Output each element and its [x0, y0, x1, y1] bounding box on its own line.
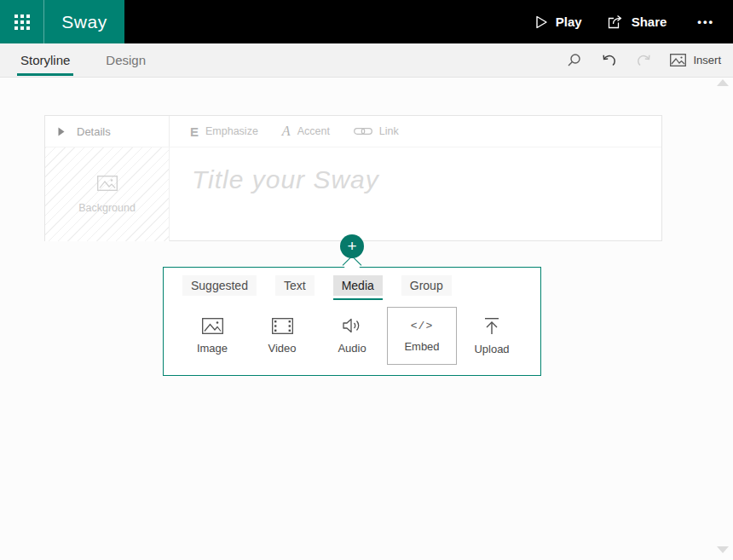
brand-block: Sway — [0, 0, 124, 43]
accent-label: Accent — [297, 125, 330, 137]
background-label: Background — [78, 202, 136, 214]
video-icon — [272, 318, 293, 334]
redo-icon — [636, 54, 651, 67]
emphasize-button[interactable]: E Emphasize — [190, 124, 258, 139]
background-drop-zone[interactable]: Background — [45, 147, 170, 241]
insert-image-icon — [670, 54, 686, 66]
add-content-button[interactable]: + — [340, 234, 364, 258]
sway-app-window: Sway Play Share ••• Storyline — [0, 0, 733, 560]
menu-item-audio[interactable]: Audio — [317, 307, 387, 365]
background-image-icon — [97, 176, 118, 191]
details-label: Details — [77, 125, 111, 138]
tab-storyline[interactable]: Storyline — [20, 43, 70, 77]
format-toolbar: E Emphasize A Accent Link — [170, 116, 416, 147]
link-icon — [354, 126, 372, 136]
upload-icon — [482, 317, 501, 335]
menu-item-image[interactable]: Image — [177, 307, 247, 365]
play-icon — [534, 15, 548, 29]
tab-media[interactable]: Media — [333, 275, 383, 296]
app-title[interactable]: Sway — [44, 0, 124, 43]
image-label: Image — [197, 342, 228, 355]
emphasize-label: Emphasize — [205, 125, 258, 137]
menu-item-upload[interactable]: Upload — [457, 307, 527, 365]
accent-icon: A — [282, 124, 291, 139]
waffle-icon — [14, 14, 30, 30]
share-icon — [608, 14, 624, 30]
toolbar-actions: Insert — [567, 53, 733, 67]
share-label: Share — [632, 14, 667, 29]
link-label: Link — [379, 125, 399, 137]
insert-label: Insert — [693, 54, 721, 66]
editor-toolbar: Storyline Design — [0, 43, 733, 78]
video-label: Video — [268, 342, 296, 355]
upload-label: Upload — [474, 343, 509, 355]
share-button[interactable]: Share — [608, 14, 667, 30]
embed-code-icon: </> — [411, 320, 433, 332]
app-launcher-button[interactable] — [0, 0, 44, 43]
media-items-row: Image Video Audio — [177, 307, 527, 365]
tab-text[interactable]: Text — [275, 275, 315, 296]
embed-label: Embed — [404, 340, 439, 353]
insert-menu-popup: Suggested Text Media Group Image — [163, 267, 541, 376]
search-button[interactable] — [567, 53, 581, 67]
undo-button[interactable] — [602, 54, 617, 67]
tab-suggested[interactable]: Suggested — [182, 275, 257, 296]
menu-item-embed[interactable]: </> Embed — [387, 307, 457, 365]
link-button[interactable]: Link — [354, 125, 399, 137]
topbar-actions: Play Share ••• — [534, 0, 733, 43]
title-card-header: Details E Emphasize A Accent Link — [45, 116, 661, 147]
scroll-up-arrow[interactable] — [717, 79, 729, 86]
redo-button[interactable] — [636, 54, 651, 67]
emphasize-icon: E — [190, 124, 199, 139]
details-expander[interactable]: Details — [45, 116, 170, 147]
menu-item-video[interactable]: Video — [247, 307, 317, 365]
audio-icon — [342, 317, 362, 334]
search-icon — [567, 53, 581, 67]
title-card: Details E Emphasize A Accent Link — [44, 115, 662, 241]
plus-icon: + — [347, 237, 356, 256]
accent-button[interactable]: A Accent — [282, 124, 330, 139]
top-app-bar: Sway Play Share ••• — [0, 0, 733, 43]
insert-menu-tabs: Suggested Text Media Group — [182, 275, 452, 296]
audio-label: Audio — [338, 342, 366, 355]
view-tabs: Storyline Design — [0, 43, 146, 77]
tab-design[interactable]: Design — [106, 43, 146, 77]
image-icon — [202, 318, 223, 334]
more-options-button[interactable]: ••• — [692, 12, 719, 32]
expander-triangle-icon — [58, 127, 65, 136]
scroll-down-arrow[interactable] — [717, 546, 729, 553]
play-label: Play — [556, 14, 582, 29]
tab-group[interactable]: Group — [401, 275, 452, 296]
title-input[interactable]: Title your Sway — [192, 165, 379, 194]
insert-button[interactable]: Insert — [670, 54, 721, 66]
undo-icon — [602, 54, 617, 67]
play-button[interactable]: Play — [534, 14, 582, 29]
